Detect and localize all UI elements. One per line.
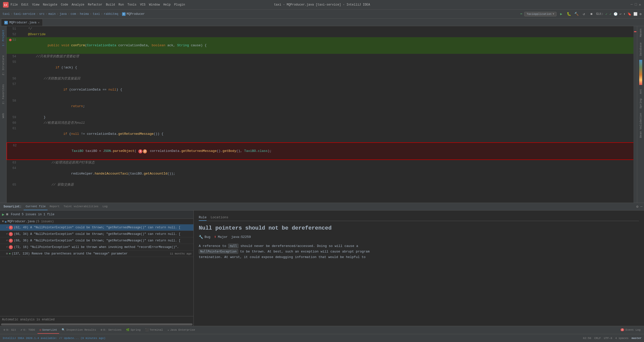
window-controls: ─ □ ✕ bbox=[631, 3, 641, 7]
database-panel-tab[interactable]: Database bbox=[638, 41, 643, 57]
enterprise-tool-tab[interactable]: ☕ Java Enterprise bbox=[166, 327, 197, 334]
file-issue-count: (5 issues) bbox=[36, 220, 54, 223]
minimize-button[interactable]: ─ bbox=[631, 3, 633, 7]
git-revert[interactable]: ↩ bbox=[620, 12, 622, 16]
menu-navigate[interactable]: Navigate bbox=[43, 3, 57, 7]
git-clock[interactable]: 🕐 bbox=[614, 12, 618, 16]
code-line-55: 55 if (!ack) { bbox=[7, 59, 637, 76]
encoding-indicator[interactable]: UTF-8 bbox=[604, 337, 612, 340]
structure-panel-button[interactable]: Z: Structure bbox=[1, 54, 6, 77]
menu-file[interactable]: File bbox=[11, 3, 18, 7]
bean-panel-tab[interactable]: Bean Validation bbox=[638, 111, 643, 139]
event-log-tool-tab[interactable]: 2 Event Log bbox=[619, 327, 642, 334]
spring-panel-tab[interactable]: Spring bbox=[638, 97, 643, 110]
git-branch-indicator[interactable]: master bbox=[631, 337, 641, 340]
breadcrumb-src[interactable]: src bbox=[39, 12, 45, 16]
nav-back-button[interactable]: ⬅ bbox=[520, 12, 522, 16]
stop-analysis-button[interactable]: ■ bbox=[6, 212, 9, 217]
breadcrumb-taxi-service[interactable]: taxi-service bbox=[14, 12, 35, 16]
issue-list-scrollbar[interactable] bbox=[1, 323, 192, 325]
terminal-tool-tab[interactable]: ⬛ Terminal bbox=[143, 327, 165, 334]
run-button[interactable]: ▶ bbox=[558, 11, 564, 17]
settings-button[interactable]: ⚙ bbox=[639, 12, 641, 16]
reload-button[interactable]: ↺ bbox=[581, 11, 587, 17]
rule-tab-rule[interactable]: Rule bbox=[199, 215, 207, 221]
current-file-tab[interactable]: Current file bbox=[24, 203, 48, 210]
menu-view[interactable]: View bbox=[32, 3, 39, 7]
git-push[interactable]: ⬆ bbox=[623, 12, 625, 16]
close-button[interactable]: ✕ bbox=[639, 3, 641, 7]
log-tab[interactable]: Log bbox=[100, 203, 109, 210]
maven-panel-tab[interactable]: Maven bbox=[638, 27, 643, 38]
tree-arrow[interactable]: ▼ bbox=[2, 220, 4, 223]
code-line-61: 61 if (null != correlationData.getReturn… bbox=[7, 126, 637, 142]
git-check2[interactable]: ✓ bbox=[610, 12, 612, 16]
breadcrumb-main[interactable]: main bbox=[48, 12, 56, 16]
breadcrumb-heima[interactable]: heima bbox=[80, 12, 89, 16]
issue-icon-4: ⚙ bbox=[6, 252, 8, 255]
services-tool-tab[interactable]: ⚙ 8: Services bbox=[99, 327, 124, 334]
terminal-button[interactable]: ⬜ bbox=[633, 12, 637, 16]
rule-tab-locations[interactable]: Locations bbox=[211, 215, 228, 221]
breadcrumb-taxi2[interactable]: taxi bbox=[93, 12, 100, 16]
stop-button[interactable]: ■ bbox=[589, 11, 594, 17]
menu-run[interactable]: Run bbox=[118, 3, 124, 7]
project-panel-button[interactable]: 1: Project bbox=[1, 28, 6, 48]
menu-plugin[interactable]: Plugin bbox=[174, 3, 185, 7]
line-sep-indicator[interactable]: CRLF bbox=[594, 337, 601, 340]
menu-bar[interactable]: File Edit View Navigate Code Analyze Ref… bbox=[11, 3, 185, 7]
indent-indicator[interactable]: 4 spaces bbox=[615, 337, 629, 340]
build-button[interactable]: 🔨 bbox=[574, 11, 579, 17]
breadcrumb-file[interactable]: MQProducer bbox=[127, 12, 145, 16]
taint-tab[interactable]: Taint vulnerabilities bbox=[62, 203, 101, 210]
breadcrumb-rabbitmq[interactable]: rabbitmq bbox=[104, 12, 118, 16]
run-config-selector[interactable]: TaxiApplication ▼ bbox=[524, 12, 556, 16]
favorites-panel-button[interactable]: 2: Favorites bbox=[1, 83, 6, 106]
git-check1[interactable]: ✓ bbox=[606, 12, 608, 16]
menu-vcs[interactable]: VCS bbox=[140, 3, 146, 7]
breadcrumb-sep-7: › bbox=[101, 12, 103, 16]
spring-tool-tab[interactable]: 🌿 Spring bbox=[124, 327, 143, 334]
tab-close-icon[interactable]: ✕ bbox=[38, 21, 39, 24]
sonar-tool-tab[interactable]: ◎ SonarLint bbox=[37, 327, 59, 334]
breadcrumb-java[interactable]: java bbox=[59, 12, 67, 16]
right-tools: ⬅ TaxiApplication ▼ ▶ 🐛 🔨 ↺ ■ Git: ✓ ✓ 🕐… bbox=[520, 11, 641, 17]
close-panel-icon[interactable]: ─ bbox=[640, 205, 642, 209]
issue-item-3[interactable]: ⚡ ! (72, 16) "NullPointerException" will… bbox=[0, 244, 193, 250]
breadcrumb-sep-4: › bbox=[68, 12, 69, 16]
update-notification[interactable]: IntelliJ IDEA 2020.1.4 available: // Upd… bbox=[3, 337, 105, 340]
todo-tool-tab[interactable]: ✔ 6: TODO bbox=[19, 327, 37, 334]
file-type-icon: ▣ bbox=[5, 220, 7, 223]
menu-edit[interactable]: Edit bbox=[21, 3, 29, 7]
cursor-position[interactable]: 62:50 bbox=[583, 337, 591, 340]
inspection-tool-tab[interactable]: 🔍 Inspection Results bbox=[60, 327, 98, 334]
desc-text-1: A reference to bbox=[199, 244, 228, 248]
menu-build[interactable]: Build bbox=[106, 3, 115, 7]
ant-panel-tab[interactable]: Ant bbox=[638, 88, 643, 96]
run-analysis-button[interactable]: ▶ bbox=[2, 212, 5, 217]
menu-code[interactable]: Code bbox=[61, 3, 68, 7]
report-tab[interactable]: Report bbox=[48, 203, 62, 210]
breadcrumb-com[interactable]: com bbox=[70, 12, 76, 16]
menu-tools[interactable]: Tools bbox=[128, 3, 137, 7]
maximize-button[interactable]: □ bbox=[635, 3, 637, 7]
left-sidebar: 1: Project Z: Structure 2: Favorites Web bbox=[0, 26, 7, 203]
menu-analyze[interactable]: Analyze bbox=[72, 3, 84, 7]
tab-mqproducer[interactable]: C MQProducer.java ✕ bbox=[1, 19, 43, 26]
git-tool-tab[interactable]: ⚙ 9: Git bbox=[2, 327, 18, 334]
issue-item-0[interactable]: ⚡ ! (62, 49) A "NullPointerException" co… bbox=[0, 224, 193, 231]
code-editor[interactable]: 51 */ 52 @Override 53 public void confir… bbox=[7, 26, 637, 203]
web-panel-button[interactable]: Web bbox=[1, 112, 6, 120]
issue-item-2[interactable]: ⚡ ! (68, 36) A "NullPointerException" co… bbox=[0, 237, 193, 244]
bookmark-button[interactable]: 🔖 bbox=[627, 12, 631, 16]
gear-settings-icon[interactable]: ⚙ bbox=[636, 204, 638, 209]
breadcrumb-taxi[interactable]: taxi bbox=[3, 12, 10, 16]
menu-window[interactable]: Window bbox=[149, 3, 160, 7]
debug-button[interactable]: 🐛 bbox=[566, 11, 572, 17]
rule-meta-key: java:S2259 bbox=[231, 235, 251, 239]
issue-item-1[interactable]: ⚡ ! (66, 34) A "NullPointerException" co… bbox=[0, 231, 193, 237]
menu-help[interactable]: Help bbox=[163, 3, 171, 7]
code-area[interactable]: 51 */ 52 @Override 53 public void confir… bbox=[7, 26, 637, 203]
menu-refactor[interactable]: Refactor bbox=[88, 3, 102, 7]
issue-item-4[interactable]: ⚙ ● (137, 116) Remove the parentheses ar… bbox=[0, 250, 193, 257]
